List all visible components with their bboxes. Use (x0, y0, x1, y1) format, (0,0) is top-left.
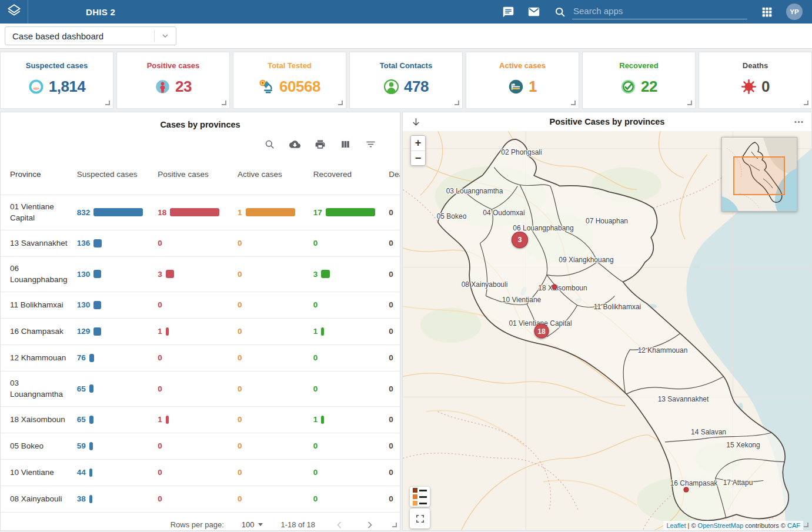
card-label: Recovered (583, 61, 695, 70)
positive-value: 0 (158, 300, 162, 309)
deaths-value: 0 (389, 270, 393, 279)
attribution-text: contributors © (743, 522, 787, 529)
positive-bar (166, 416, 169, 424)
caf-link[interactable]: CAF (787, 522, 800, 529)
recovered-cell: 0 (313, 468, 389, 477)
active-value: 1 (238, 208, 242, 217)
positive-cell: 1 (158, 415, 238, 424)
arrow-down-icon[interactable] (410, 116, 422, 128)
active-cell: 0 (238, 384, 313, 393)
card-value-row: 1,814 (1, 78, 113, 96)
stat-card-active-cases: Active cases 1 (466, 52, 579, 109)
app-title: DHIS 2 (86, 7, 115, 17)
recovered-value: 3 (313, 270, 318, 279)
map-panel-title: Positive Cases by provinces (422, 117, 793, 126)
active-value: 0 (238, 494, 242, 503)
deaths-value: 0 (389, 441, 393, 450)
map-attribution: Leaflet | © OpenStreetMap contributors ©… (663, 521, 803, 530)
leaflet-link[interactable]: Leaflet (666, 522, 686, 529)
rows-per-page-select[interactable]: 100 (242, 520, 263, 529)
prev-page-button[interactable] (333, 518, 346, 531)
recovered-value: 1 (313, 415, 318, 424)
positive-value: 1 (158, 415, 162, 424)
search-input[interactable] (572, 4, 747, 19)
suspected-cell: 832 (77, 208, 158, 217)
recovered-value: 17 (313, 208, 322, 217)
active-cell: 0 (238, 415, 313, 424)
fullscreen-button[interactable] (410, 508, 430, 528)
positive-value: 0 (158, 494, 162, 503)
suspected-value: 65 (77, 415, 86, 424)
positive-value: 0 (158, 468, 162, 477)
case-point-marker[interactable] (552, 285, 557, 290)
suspected-value: 130 (77, 270, 91, 279)
resize-handle[interactable] (105, 101, 110, 105)
dhis2-logo[interactable] (0, 0, 28, 24)
filter-icon[interactable] (365, 138, 376, 150)
messages-icon[interactable] (502, 5, 514, 18)
positive-value: 0 (158, 353, 162, 362)
next-page-button[interactable] (363, 518, 376, 531)
deaths-icon (741, 79, 757, 95)
suspected-value: 38 (77, 494, 86, 503)
legend-icon (413, 488, 427, 506)
case-cluster-marker-18[interactable]: 18 (534, 324, 549, 339)
positive-value: 3 (158, 270, 162, 279)
case-point-marker[interactable] (684, 487, 689, 493)
more-options-icon[interactable] (793, 116, 804, 128)
card-value-row: 22 (583, 78, 695, 96)
recovered-bar (321, 327, 324, 336)
card-value: 23 (175, 78, 192, 96)
chevron-down-icon (155, 31, 176, 41)
overview-minimap[interactable] (721, 137, 797, 212)
suspected-bar (89, 442, 93, 450)
suspected-cell: 65 (77, 384, 158, 393)
resize-handle[interactable] (571, 101, 576, 105)
resize-handle[interactable] (338, 101, 343, 105)
table-search-icon[interactable] (263, 138, 275, 150)
table-row-01-vientiane-capital: 01 Vientiane Capital832181170 (1, 195, 400, 230)
download-icon[interactable] (289, 138, 300, 150)
active-value: 0 (238, 441, 242, 450)
positive-cell: 0 (158, 300, 238, 309)
osm-link[interactable]: OpenStreetMap (698, 522, 744, 529)
avatar[interactable]: YP (786, 4, 803, 20)
print-icon[interactable] (314, 138, 326, 150)
card-value-row: 23 (117, 78, 229, 96)
active-cell: 0 (238, 270, 313, 279)
recovered-value: 0 (313, 239, 318, 247)
resize-handle[interactable] (804, 523, 808, 527)
resize-handle[interactable] (222, 101, 226, 105)
resize-handle[interactable] (392, 523, 397, 527)
zoom-in-button[interactable]: + (411, 136, 425, 150)
recovered-value: 1 (313, 327, 318, 336)
map-area[interactable]: + − (403, 131, 811, 530)
search-icon[interactable] (553, 5, 566, 18)
province-cell: 08 Xainyabouli (10, 487, 72, 511)
recovered-cell: 0 (313, 384, 389, 393)
suspected-cell: 38 (77, 494, 158, 503)
stat-card-total-contacts: Total Contacts 478 (349, 52, 463, 109)
legend-button[interactable] (410, 487, 430, 507)
suspected-value: 65 (77, 384, 86, 393)
recovered-cell: 1 (313, 415, 389, 424)
positive-cell: 0 (158, 494, 238, 503)
cases-table-panel: Cases by provinces Province Suspected ca… (0, 112, 400, 531)
positive-value: 0 (158, 384, 162, 393)
zoom-out-button[interactable]: − (411, 150, 425, 165)
case-cluster-marker-3[interactable]: 3 (512, 232, 528, 248)
table-panel-title: Cases by provinces (1, 112, 400, 129)
resize-handle[interactable] (804, 101, 808, 105)
mail-icon[interactable] (527, 5, 540, 18)
resize-handle[interactable] (455, 101, 459, 105)
suspected-cell: 136 (77, 239, 158, 247)
columns-icon[interactable] (339, 138, 351, 150)
dashboard-select[interactable]: Case based dashboard (5, 26, 176, 45)
card-value-row: 60568 (233, 78, 346, 96)
province-cell: 12 Khammouan (10, 346, 72, 370)
resize-handle[interactable] (687, 101, 692, 105)
apps-grid-icon[interactable] (760, 5, 773, 18)
table-row-10-vientiane: 10 Vientiane440000 (1, 459, 400, 486)
suspected-bar (89, 495, 92, 503)
dashboard-bar: Case based dashboard (0, 24, 812, 49)
